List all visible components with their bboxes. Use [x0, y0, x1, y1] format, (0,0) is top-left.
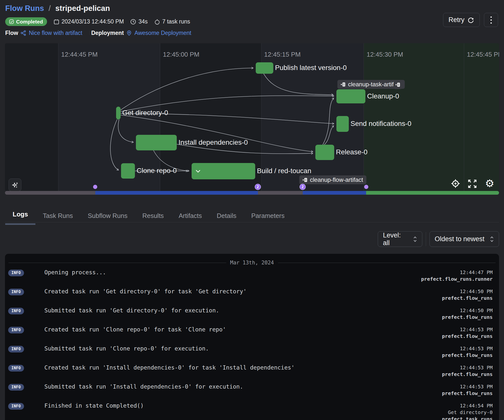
minimap-segment: [258, 191, 303, 195]
task-run-count-value: 7 task runs: [162, 18, 190, 25]
log-date-header: Mar 13th, 2024: [8, 260, 496, 266]
more-actions-button[interactable]: [484, 13, 498, 27]
sparkles-icon: [11, 181, 19, 189]
fullscreen-button[interactable]: [467, 178, 478, 189]
flow-run-graph[interactable]: 12:44:45 PM12:45:00 PM12:45:15 PM12:45:3…: [5, 43, 499, 191]
tab-details[interactable]: Details: [209, 210, 244, 225]
breadcrumb-separator: /: [46, 4, 53, 13]
log-level-value: Level: all: [383, 232, 409, 247]
tab-artifacts[interactable]: Artifacts: [171, 210, 209, 225]
artifact-icon: [341, 82, 346, 87]
log-level-badge: INFO: [8, 270, 24, 276]
task-node-publish[interactable]: [256, 62, 273, 74]
tab-bar: LogsTask RunsSubflow RunsResultsArtifact…: [5, 209, 292, 225]
log-row: INFOCreated task run 'Clone repo-0' for …: [5, 324, 499, 343]
log-meta: 12:44:53 PMprefect.flow_runs: [442, 345, 493, 359]
timeline-minimap[interactable]: [5, 191, 499, 195]
logs-panel: Mar 13th, 2024 INFOOpening process...12:…: [5, 254, 499, 420]
graph-settings-button[interactable]: ⚙: [484, 178, 496, 189]
task-node-release[interactable]: [315, 145, 334, 160]
log-row: INFOOpening process...12:44:47 PMprefect…: [5, 267, 499, 286]
log-time: 12:44:53 PM: [442, 364, 493, 371]
log-date-text: Mar 13th, 2024: [230, 260, 274, 266]
log-meta: 12:44:53 PMprefect.flow_runs: [442, 383, 493, 397]
breadcrumb: Flow Runs / striped-pelican: [5, 4, 110, 13]
log-source: Get directory-0: [442, 409, 493, 416]
log-level-badge: INFO: [8, 327, 24, 333]
retry-icon: [467, 17, 474, 23]
tab-results[interactable]: Results: [135, 210, 171, 225]
run-meta-row: Completed 2024/03/13 12:44:50 PM 34s 7 t…: [5, 17, 190, 26]
log-meta: 12:44:54 PMGet directory-0prefect.task_r…: [442, 402, 493, 420]
deployment-link[interactable]: Awesome Deployment: [134, 30, 191, 36]
duration: 34s: [130, 18, 148, 25]
clock-icon: [130, 19, 136, 25]
task-node-cleanup[interactable]: [336, 89, 365, 103]
log-logger: prefect.flow_runs: [442, 371, 493, 378]
log-message: Created task run 'Clone repo-0' for task…: [44, 326, 226, 333]
log-message: Created task run 'Install dependencies-0…: [44, 364, 295, 371]
log-row: INFOSubmitted task run 'Install dependen…: [5, 381, 499, 400]
gear-icon: ⚙: [485, 178, 494, 189]
task-node-send-notifications[interactable]: [336, 116, 349, 132]
minimap-segment: [95, 191, 258, 195]
log-time: 12:44:47 PM: [421, 269, 493, 276]
task-node-install-dependencies[interactable]: [136, 135, 177, 150]
filter-divider: [426, 232, 426, 246]
expand-arrows-icon: [468, 179, 477, 188]
log-message: Submitted task run 'Install dependencies…: [44, 383, 243, 390]
event-marker-count[interactable]: 2: [300, 184, 306, 190]
log-row: INFOSubmitted task run 'Get directory-0'…: [5, 305, 499, 324]
flow-artifact-badge[interactable]: cleanup-flow-artifact: [299, 175, 366, 184]
tab-parameters[interactable]: Parameters: [244, 210, 292, 225]
tab-subflow-runs[interactable]: Subflow Runs: [80, 210, 135, 225]
log-message: Finished in state Completed(): [44, 402, 144, 409]
task-circle-icon: [154, 19, 160, 25]
log-time: 12:44:50 PM: [442, 288, 493, 295]
log-logger: prefect.flow_runs: [442, 333, 493, 340]
log-logger: prefect.flow_runs: [442, 295, 493, 302]
event-marker-dot[interactable]: [364, 185, 368, 189]
log-message: Created task run 'Get directory-0' for t…: [44, 288, 247, 295]
log-sort-value: Oldest to newest: [435, 235, 484, 243]
flow-label: Flow: [5, 30, 18, 36]
log-sort-select[interactable]: Oldest to newest: [429, 231, 499, 247]
log-row: INFOCreated task run 'Install dependenci…: [5, 362, 499, 381]
log-meta: 12:44:50 PMprefect.flow_runs: [442, 288, 493, 302]
ai-sparkles-button[interactable]: [9, 179, 21, 191]
log-time: 12:44:53 PM: [442, 326, 493, 333]
task-node-clone-repo[interactable]: [121, 163, 135, 179]
log-message: Opening process...: [44, 269, 106, 276]
log-logger: prefect.flow_runs: [442, 352, 493, 359]
chevron-updown-icon: [490, 236, 494, 242]
minimap-segment: [5, 191, 95, 195]
status-badge-label: Completed: [16, 19, 43, 25]
kebab-vertical-icon: [490, 16, 492, 24]
log-logger: prefect.flow_runs.runner: [421, 276, 493, 282]
flow-nodes-icon: [21, 30, 26, 36]
recenter-button[interactable]: [450, 178, 461, 189]
task-node-get-directory[interactable]: [116, 107, 121, 119]
log-time: 12:44:53 PM: [442, 383, 493, 390]
task-artifact-badge-collapsed[interactable]: [394, 80, 402, 89]
tab-task-runs[interactable]: Task Runs: [35, 210, 80, 225]
event-marker-count[interactable]: 2: [255, 184, 261, 190]
log-level-select[interactable]: Level: all: [378, 231, 422, 247]
start-time: 2024/03/13 12:44:50 PM: [53, 18, 124, 25]
breadcrumb-flow-runs-link[interactable]: Flow Runs: [5, 4, 44, 13]
flow-link[interactable]: Nice flow with artifact: [29, 30, 82, 36]
log-level-badge: INFO: [8, 308, 24, 314]
task-node-build[interactable]: [192, 163, 255, 179]
target-icon: [451, 179, 460, 188]
tab-logs[interactable]: Logs: [5, 209, 35, 225]
log-meta: 12:44:53 PMprefect.flow_runs: [442, 364, 493, 378]
log-meta: 12:44:47 PMprefect.flow_runs.runner: [421, 269, 493, 282]
log-row: INFOFinished in state Completed()12:44:5…: [5, 400, 499, 419]
log-meta: 12:44:53 PMprefect.flow_runs: [442, 326, 493, 340]
retry-button[interactable]: Retry: [443, 13, 480, 27]
log-meta: 12:44:50 PMprefect.flow_runs: [442, 307, 493, 321]
deployment-label: Deployment: [91, 30, 124, 36]
minimap-segment: [303, 191, 366, 195]
event-marker-dot[interactable]: [93, 185, 97, 189]
log-message: Submitted task run 'Clone repo-0' for ex…: [44, 345, 209, 352]
